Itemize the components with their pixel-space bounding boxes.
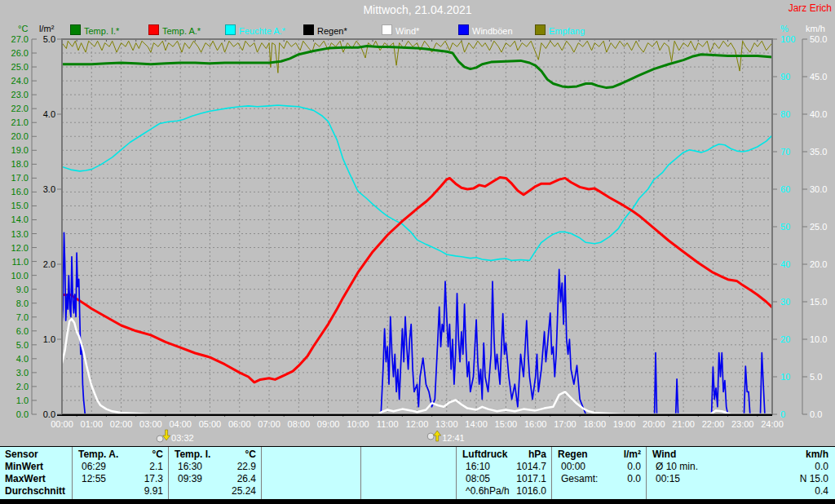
legend-item-6: Windböen xyxy=(458,24,513,36)
svg-text:05:00: 05:00 xyxy=(199,419,222,429)
legend-swatch xyxy=(382,24,392,35)
svg-text:90: 90 xyxy=(780,72,790,82)
svg-text:17:00: 17:00 xyxy=(554,419,577,429)
legend-swatch xyxy=(70,24,81,35)
cell-time: Ø 10 min. xyxy=(656,461,698,473)
cell-time: ^0.6hPa/h xyxy=(466,485,510,497)
svg-text:25.0: 25.0 xyxy=(11,62,29,72)
column-unit: °C xyxy=(245,449,256,461)
svg-text:6.0: 6.0 xyxy=(16,326,29,336)
table-separator xyxy=(261,447,262,500)
cell-value: N 15.0 xyxy=(800,473,828,485)
svg-text:16:00: 16:00 xyxy=(524,419,547,429)
svg-text:23.0: 23.0 xyxy=(11,90,29,99)
svg-text:14.0: 14.0 xyxy=(11,214,29,224)
svg-text:0.0: 0.0 xyxy=(43,409,55,419)
svg-text:10.0: 10.0 xyxy=(11,271,29,281)
grid xyxy=(62,39,772,417)
svg-text:40.0: 40.0 xyxy=(810,109,827,119)
svg-text:27.0: 27.0 xyxy=(11,34,29,44)
table-column-temp-i-: Temp. I.°C16:3022.909:3926.425.24 xyxy=(168,449,261,497)
cell-time: Gesamt: xyxy=(561,473,598,485)
svg-text:20:00: 20:00 xyxy=(643,419,665,429)
svg-text:21.0: 21.0 xyxy=(11,117,29,127)
svg-text:08:00: 08:00 xyxy=(288,419,311,429)
svg-text:4.0: 4.0 xyxy=(43,109,55,119)
table-column-luftdruck: LuftdruckhPa16:101014.708:051017.1^0.6hP… xyxy=(456,449,551,497)
svg-text:3.0: 3.0 xyxy=(43,184,55,194)
svg-text:12:00: 12:00 xyxy=(406,419,429,429)
svg-text:30: 30 xyxy=(780,297,790,307)
svg-text:24.0: 24.0 xyxy=(11,76,29,86)
user-name: Jarz Erich xyxy=(789,2,832,14)
cell-time: 16:30 xyxy=(178,461,202,473)
svg-text:24:00: 24:00 xyxy=(761,419,784,429)
column-unit: km/h xyxy=(806,449,828,461)
svg-text:01:00: 01:00 xyxy=(81,419,104,429)
svg-text:12:41: 12:41 xyxy=(442,433,465,443)
svg-text:02:00: 02:00 xyxy=(110,419,133,429)
cell-value: 1016.0 xyxy=(516,485,546,497)
svg-text:70: 70 xyxy=(780,147,790,157)
svg-text:18.0: 18.0 xyxy=(11,159,29,169)
column-unit: hPa xyxy=(528,449,546,461)
legend-swatch xyxy=(148,24,159,35)
legend-swatch xyxy=(303,24,314,35)
table-row-labels: SensorMinWertMaxWertDurchschnitt xyxy=(5,449,65,497)
svg-text:09:00: 09:00 xyxy=(317,419,340,429)
legend-item-4: Regen* xyxy=(303,24,347,36)
svg-text:5.0: 5.0 xyxy=(16,340,29,350)
cell-value: 1014.7 xyxy=(516,461,546,473)
svg-text:12.0: 12.0 xyxy=(11,243,29,253)
svg-text:1.0: 1.0 xyxy=(43,334,55,344)
table-row-label: Durchschnitt xyxy=(5,485,65,497)
legend-item-1: Temp. I.* xyxy=(70,24,119,36)
svg-text:07:00: 07:00 xyxy=(258,419,281,429)
svg-text:5.0: 5.0 xyxy=(810,372,822,382)
svg-text:16.0: 16.0 xyxy=(11,187,29,197)
stats-table: SensorMinWertMaxWertDurchschnittTemp. A.… xyxy=(0,446,835,500)
table-separator xyxy=(360,447,361,500)
table-row-label: Sensor xyxy=(5,449,65,461)
svg-text:19:00: 19:00 xyxy=(613,419,636,429)
legend-item-5: Wind* xyxy=(382,24,419,36)
legend-label: Wind* xyxy=(395,26,419,36)
svg-text:20: 20 xyxy=(780,334,790,344)
svg-text:22:00: 22:00 xyxy=(702,419,725,429)
svg-text:11:00: 11:00 xyxy=(377,419,399,429)
svg-text:11.0: 11.0 xyxy=(11,257,29,267)
svg-text:3.0: 3.0 xyxy=(16,368,29,378)
cell-value: 9.91 xyxy=(144,485,163,497)
cell-time: 16:10 xyxy=(466,461,490,473)
svg-text:2.0: 2.0 xyxy=(16,382,29,391)
cell-value: 2.1 xyxy=(149,461,163,473)
svg-text:7.0: 7.0 xyxy=(16,312,29,322)
cell-time: 08:05 xyxy=(466,473,490,485)
svg-text:40: 40 xyxy=(780,259,790,269)
cell-value: 0.0 xyxy=(627,473,641,485)
unit-celsius-label: °C xyxy=(18,24,28,33)
svg-text:0.0: 0.0 xyxy=(810,409,822,419)
legend-item-7: Empfang xyxy=(535,24,585,36)
cell-time: 00:15 xyxy=(656,473,680,485)
svg-text:10.0: 10.0 xyxy=(810,334,827,344)
svg-text:5.0: 5.0 xyxy=(43,34,55,44)
unit-liters-label: l/m² xyxy=(39,24,54,33)
legend-label: Regen* xyxy=(317,26,347,36)
unit-kmh-label: km/h xyxy=(806,24,825,33)
cell-value: 0.0 xyxy=(815,461,828,473)
svg-text:03:00: 03:00 xyxy=(139,419,162,429)
svg-text:23:00: 23:00 xyxy=(731,419,754,429)
column-title: Temp. A. xyxy=(78,449,118,461)
svg-text:80: 80 xyxy=(780,109,790,119)
svg-text:9.0: 9.0 xyxy=(16,285,29,294)
cell-value: 22.9 xyxy=(237,461,256,473)
cell-value: 17.3 xyxy=(144,473,163,485)
legend-label: Temp. I.* xyxy=(84,26,119,36)
svg-text:50.0: 50.0 xyxy=(810,34,827,44)
axis-percent: 0102030405060708090100 xyxy=(772,34,795,419)
svg-text:60: 60 xyxy=(780,184,790,194)
page-title: Mittwoch, 21.04.2021 xyxy=(0,3,835,16)
svg-text:20.0: 20.0 xyxy=(11,131,29,141)
column-title: Regen xyxy=(558,449,588,461)
